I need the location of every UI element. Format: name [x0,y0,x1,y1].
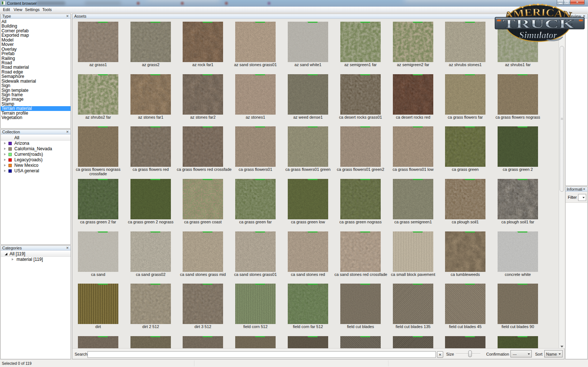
svg-text:Simulator: Simulator [519,30,557,40]
svg-text:TRUCK: TRUCK [502,17,575,30]
